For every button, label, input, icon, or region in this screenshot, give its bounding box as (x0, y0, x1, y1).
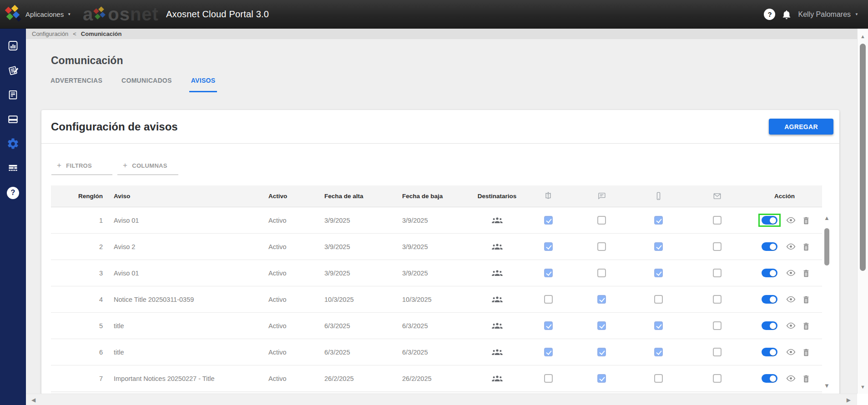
recipients-group-icon[interactable] (491, 267, 503, 279)
cell-fecha-baja: 10/3/2025 (393, 296, 471, 303)
chat-checkbox[interactable] (597, 374, 606, 383)
apps-menu[interactable]: Aplicaciones ▼ (25, 0, 71, 29)
help-icon[interactable]: ? (764, 9, 775, 20)
delete-icon[interactable] (801, 295, 811, 305)
portal-checkbox[interactable] (544, 374, 553, 383)
table-row: 7 Important Notices 20250227 - Title Act… (51, 365, 822, 392)
row-toggle[interactable] (762, 348, 777, 356)
mobile-checkbox[interactable] (654, 374, 663, 383)
row-toggle[interactable] (762, 295, 777, 304)
mobile-checkbox[interactable] (654, 295, 663, 304)
row-toggle[interactable] (762, 269, 777, 277)
mobile-checkbox[interactable] (654, 321, 663, 330)
email-checkbox[interactable] (713, 295, 722, 304)
table-header-row: Renglón Aviso Activo Fecha de alta Fecha… (51, 185, 822, 207)
columns-button[interactable]: + COLUMNAS (117, 159, 178, 175)
delete-icon[interactable] (801, 374, 811, 384)
table-row: 2 Aviso 2 Activo 3/9/2025 3/9/2025 (51, 234, 822, 260)
sidebar-item-notes[interactable] (0, 58, 26, 82)
scroll-right-icon[interactable]: ▶ (847, 394, 851, 405)
chevron-down-icon: ▼ (855, 12, 858, 16)
delete-icon[interactable] (801, 242, 811, 252)
cell-fecha-alta: 6/3/2025 (315, 322, 393, 330)
highlight-box (758, 214, 781, 227)
email-checkbox[interactable] (713, 348, 722, 356)
view-icon[interactable] (786, 268, 796, 278)
chat-checkbox[interactable] (597, 269, 606, 277)
row-toggle[interactable] (762, 242, 777, 251)
mobile-checkbox[interactable] (654, 348, 663, 356)
gear-icon (6, 137, 20, 150)
sidebar-item-dashboard[interactable] (0, 33, 26, 58)
mobile-checkbox[interactable] (654, 216, 663, 225)
page-title: Comunicación (51, 55, 123, 67)
cell-renglon: 6 (51, 349, 104, 356)
tab-advertencias[interactable]: ADVERTENCIAS (49, 75, 104, 92)
portal-checkbox[interactable] (544, 242, 553, 251)
credit-card-icon (7, 113, 19, 125)
mobile-checkbox[interactable] (654, 269, 663, 277)
apps-menu-label: Aplicaciones (25, 10, 64, 18)
chat-checkbox[interactable] (597, 216, 606, 225)
breadcrumb-parent[interactable]: Configuración (32, 30, 68, 37)
scroll-up-icon[interactable]: ▲ (858, 34, 868, 39)
email-checkbox[interactable] (713, 242, 722, 251)
portal-icon (543, 191, 553, 201)
sidebar-item-payments[interactable] (0, 107, 26, 131)
scroll-down-icon[interactable]: ▼ (822, 382, 832, 389)
sidebar-item-help[interactable]: ? (0, 180, 26, 205)
filters-label: FILTROS (66, 162, 92, 169)
scroll-down-icon[interactable]: ▼ (858, 384, 868, 390)
add-button[interactable]: AGREGAR (769, 119, 833, 135)
sidebar-item-settings[interactable] (0, 131, 26, 156)
recipients-group-icon[interactable] (491, 373, 503, 385)
chat-checkbox[interactable] (597, 295, 606, 304)
scroll-left-icon[interactable]: ◀ (31, 394, 35, 405)
view-icon[interactable] (786, 294, 796, 305)
cell-renglon: 4 (51, 296, 104, 303)
email-checkbox[interactable] (713, 269, 722, 277)
table-scrollbar-thumb[interactable] (824, 228, 829, 265)
user-menu[interactable]: Kelly Palomares ▼ (798, 10, 858, 19)
recipients-group-icon[interactable] (491, 294, 503, 305)
cell-renglon: 2 (51, 243, 104, 250)
portal-checkbox[interactable] (544, 321, 553, 330)
delete-icon[interactable] (801, 215, 811, 225)
portal-checkbox[interactable] (544, 295, 553, 304)
row-toggle[interactable] (762, 321, 777, 330)
recipients-group-icon[interactable] (491, 320, 503, 332)
chat-checkbox[interactable] (597, 242, 606, 251)
header-portal-channel (523, 191, 573, 201)
view-icon[interactable] (786, 373, 796, 384)
chat-checkbox[interactable] (597, 321, 606, 330)
notes-pencil-icon (7, 64, 20, 76)
delete-icon[interactable] (801, 347, 811, 357)
page-scrollbar-thumb[interactable] (860, 44, 866, 271)
tab-comunicados[interactable]: COMUNICADOS (120, 75, 174, 92)
header-email-channel (687, 191, 747, 201)
email-checkbox[interactable] (713, 374, 722, 383)
mobile-checkbox[interactable] (654, 242, 663, 251)
sidebar-item-data-table[interactable] (0, 156, 26, 180)
view-icon[interactable] (786, 320, 796, 331)
view-icon[interactable] (786, 347, 796, 357)
view-icon[interactable] (786, 215, 796, 225)
recipients-group-icon[interactable] (491, 241, 503, 253)
portal-checkbox[interactable] (544, 216, 553, 225)
recipients-group-icon[interactable] (491, 346, 503, 358)
view-icon[interactable] (786, 241, 796, 252)
portal-checkbox[interactable] (544, 269, 553, 277)
chat-checkbox[interactable] (597, 348, 606, 356)
delete-icon[interactable] (801, 321, 811, 331)
row-toggle[interactable] (762, 374, 777, 383)
tab-avisos[interactable]: AVISOS (189, 75, 217, 92)
sidebar-item-documents[interactable] (0, 82, 26, 107)
email-checkbox[interactable] (713, 321, 722, 330)
notifications-bell-icon[interactable] (781, 9, 792, 20)
email-checkbox[interactable] (713, 216, 722, 225)
portal-checkbox[interactable] (544, 348, 553, 356)
scroll-up-icon[interactable]: ▲ (822, 215, 832, 221)
delete-icon[interactable] (801, 268, 811, 278)
recipients-group-icon[interactable] (491, 215, 503, 226)
filters-button[interactable]: + FILTROS (51, 159, 112, 175)
